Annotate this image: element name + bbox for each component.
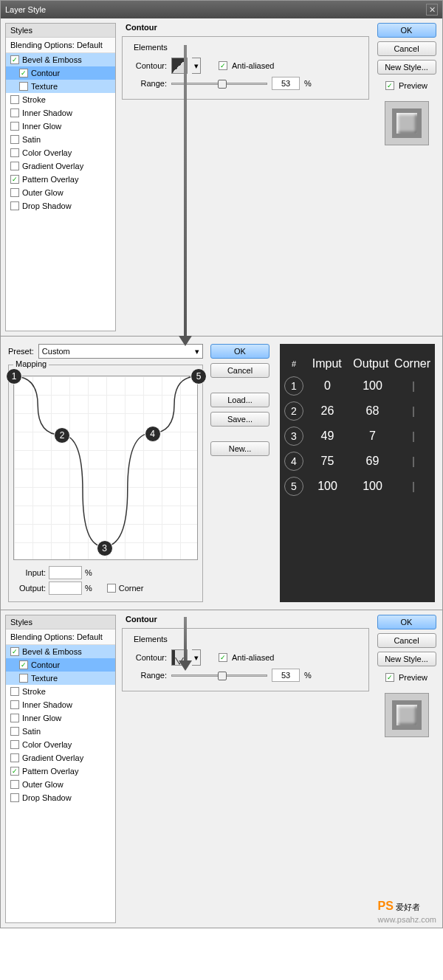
style-item[interactable]: Contour [6,66,115,80]
style-item[interactable]: Outer Glow [6,186,115,199]
new-style-button[interactable]: New Style... [377,60,436,75]
style-item[interactable]: Satin [6,725,115,738]
ok-button[interactable]: OK [377,615,436,629]
style-checkbox[interactable] [10,148,19,157]
row-input: 49 [306,429,348,443]
blending-options[interactable]: Blending Options: Default [6,38,115,53]
range-input[interactable] [272,77,300,90]
preview-thumbnail [385,101,429,145]
style-checkbox[interactable] [10,95,19,104]
curve-point-marker[interactable]: 1 [6,368,22,384]
row-input: 75 [306,455,348,468]
style-item[interactable]: Satin [6,133,115,146]
table-row: 10100 [284,376,430,396]
style-item[interactable]: Outer Glow [6,778,115,791]
style-checkbox[interactable] [10,55,19,64]
row-corner-checkbox[interactable] [413,457,414,467]
style-checkbox[interactable] [10,727,19,736]
row-corner-checkbox[interactable] [413,432,414,442]
curve-point-marker[interactable]: 2 [54,427,70,444]
arrow-annotation-2 [184,617,187,669]
editor-cancel-button[interactable]: Cancel [210,363,269,378]
curve-point-marker[interactable]: 5 [190,368,207,384]
row-output: 69 [351,455,394,468]
load-button[interactable]: Load... [210,393,269,407]
style-item[interactable]: Inner Shadow [6,698,115,711]
preview-checkbox[interactable] [385,673,394,682]
style-checkbox[interactable] [10,740,19,749]
curve-point-marker[interactable]: 4 [145,426,161,442]
table-row: 47569 [284,452,430,471]
style-item[interactable]: Pattern Overlay [6,765,115,778]
style-checkbox[interactable] [19,660,28,669]
style-item[interactable]: Inner Shadow [6,106,115,120]
style-checkbox[interactable] [10,175,19,184]
cancel-button[interactable]: Cancel [377,41,436,56]
range-input[interactable] [272,669,300,682]
cancel-button[interactable]: Cancel [377,633,436,648]
style-item[interactable]: Drop Shadow [6,791,115,804]
style-checkbox[interactable] [10,647,19,656]
style-item[interactable]: Color Overlay [6,738,115,751]
curve-point-marker[interactable]: 3 [97,540,113,556]
ok-button[interactable]: OK [377,23,436,38]
style-item[interactable]: Bevel & Emboss [6,53,115,66]
input-field[interactable] [49,566,82,579]
arrow-annotation-1 [184,45,187,344]
style-item[interactable]: Inner Glow [6,120,115,133]
close-icon[interactable]: ✕ [426,4,438,15]
style-checkbox[interactable] [10,700,19,709]
new-style-button[interactable]: New Style... [377,652,436,666]
style-checkbox[interactable] [19,69,28,77]
output-field[interactable] [49,582,82,595]
style-checkbox[interactable] [10,793,19,802]
style-checkbox[interactable] [10,753,19,762]
row-corner-checkbox[interactable] [413,482,414,492]
style-item[interactable]: Bevel & Emboss [6,645,115,658]
corner-checkbox[interactable] [107,584,116,593]
layer-style-dialog-top: Layer Style ✕ Styles Blending Options: D… [0,0,443,337]
style-checkbox[interactable] [10,135,19,144]
style-checkbox[interactable] [10,188,19,197]
style-item[interactable]: Stroke [6,685,115,698]
style-item[interactable]: Pattern Overlay [6,173,115,186]
style-checkbox[interactable] [10,122,19,131]
preview-checkbox[interactable] [385,81,394,90]
editor-ok-button[interactable]: OK [210,344,269,359]
style-item[interactable]: Inner Glow [6,711,115,725]
antialiased-checkbox[interactable] [219,653,227,662]
row-output: 68 [351,404,394,418]
style-item[interactable]: Texture [6,672,115,685]
elements-label: Elements [131,43,170,52]
style-item[interactable]: Gradient Overlay [6,751,115,765]
style-checkbox[interactable] [10,714,19,722]
style-item[interactable]: Gradient Overlay [6,159,115,173]
new-button[interactable]: New... [210,441,269,456]
style-checkbox[interactable] [10,687,19,696]
style-checkbox[interactable] [10,780,19,789]
style-checkbox[interactable] [19,674,28,683]
style-item[interactable]: Drop Shadow [6,199,115,213]
row-output: 7 [351,429,394,443]
style-item[interactable]: Stroke [6,93,115,106]
style-checkbox[interactable] [10,201,19,210]
chevron-down-icon: ▾ [195,347,199,356]
table-row: 3497 [284,427,430,446]
row-corner-checkbox[interactable] [413,407,414,417]
contour-dropdown-icon[interactable]: ▾ [192,649,201,666]
style-item[interactable]: Contour [6,658,115,672]
points-data-table: # Imput Output Corner 101002266834974756… [280,344,435,602]
row-corner-checkbox[interactable] [413,382,414,392]
style-checkbox[interactable] [10,108,19,117]
save-button[interactable]: Save... [210,412,269,427]
curve-grid[interactable]: 12345 [13,376,198,560]
table-row: 22668 [284,401,430,421]
style-item[interactable]: Color Overlay [6,146,115,159]
style-item[interactable]: Texture [6,80,115,93]
contour-dropdown-icon[interactable]: ▾ [192,58,201,74]
antialiased-checkbox[interactable] [219,61,227,70]
contour-editor-dialog: Preset: Custom▾ Mapping 12345 Input: % O… [0,337,443,610]
style-checkbox[interactable] [19,82,28,91]
style-checkbox[interactable] [10,162,19,170]
style-checkbox[interactable] [10,767,19,776]
